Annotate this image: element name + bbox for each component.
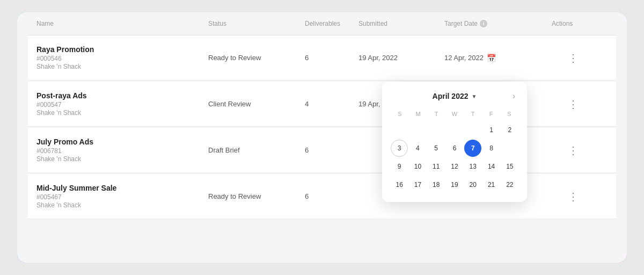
col-name: Name bbox=[36, 20, 208, 27]
deliverables-count: 4 bbox=[305, 100, 358, 108]
table-row: Mid-July Summer Sale #005467 Shake 'n Sh… bbox=[28, 174, 616, 219]
calendar-day-cell[interactable]: 7 bbox=[464, 140, 481, 157]
calendar-day-cell[interactable]: 15 bbox=[501, 158, 518, 175]
calendar-day-cell[interactable]: 6 bbox=[446, 140, 463, 157]
col-status: Status bbox=[208, 20, 305, 27]
actions-menu-btn[interactable]: ⋮ bbox=[552, 144, 595, 157]
calendar-day-cell bbox=[446, 121, 463, 139]
cal-days-header: S M T W T F S bbox=[391, 108, 518, 119]
calendar-day-cell bbox=[428, 121, 445, 139]
calendar-day-cell[interactable]: 8 bbox=[483, 140, 500, 157]
cal-grid: 12345678910111213141516171819202122 bbox=[391, 121, 518, 193]
campaign-brand: Shake 'n Shack bbox=[36, 109, 208, 117]
calendar-day-cell[interactable]: 12 bbox=[446, 158, 463, 175]
campaign-brand: Shake 'n Shack bbox=[36, 201, 208, 209]
day-name-s: S bbox=[391, 108, 409, 119]
calendar-month-label[interactable]: April 2022 ▼ bbox=[433, 92, 477, 100]
calendar-day-cell bbox=[501, 140, 518, 157]
table-row: July Promo Ads #006781 Shake 'n Shack Dr… bbox=[28, 128, 616, 173]
day-name-sa: S bbox=[500, 108, 518, 119]
col-target-date: Target Date i bbox=[444, 20, 552, 27]
chevron-down-icon: ▼ bbox=[472, 93, 477, 99]
deliverables-count: 6 bbox=[305, 146, 358, 154]
calendar-day-cell[interactable]: 17 bbox=[409, 176, 426, 193]
status-badge: Client Review bbox=[208, 100, 305, 108]
campaign-id: #000546 bbox=[36, 55, 208, 62]
deliverables-count: 6 bbox=[305, 192, 358, 200]
campaign-name: July Promo Ads bbox=[36, 138, 208, 146]
actions-menu-btn[interactable]: ⋮ bbox=[552, 190, 595, 203]
calendar-day-cell[interactable]: 5 bbox=[428, 140, 445, 157]
calendar-day-cell[interactable]: 4 bbox=[409, 140, 426, 157]
calendar-day-cell[interactable]: 9 bbox=[391, 158, 408, 175]
campaign-info: July Promo Ads #006781 Shake 'n Shack bbox=[36, 138, 208, 163]
calendar-day-cell bbox=[409, 121, 426, 139]
calendar-dropdown: ‹ April 2022 ▼ › S M T W T bbox=[382, 82, 527, 202]
campaign-info: Raya Promotion #000546 Shake 'n Shack bbox=[36, 45, 208, 70]
calendar-day-cell[interactable]: 20 bbox=[464, 176, 481, 193]
campaign-name: Post-raya Ads bbox=[36, 91, 208, 100]
campaign-id: #006781 bbox=[36, 147, 208, 155]
campaign-info: Mid-July Summer Sale #005467 Shake 'n Sh… bbox=[36, 184, 208, 209]
calendar-day-cell[interactable]: 18 bbox=[428, 176, 445, 193]
day-name-th: T bbox=[464, 108, 482, 119]
table-row: Post-raya Ads #000547 Shake 'n Shack Cli… bbox=[28, 82, 616, 127]
calendar-icon[interactable]: 📅 bbox=[487, 54, 496, 62]
campaign-name: Mid-July Summer Sale bbox=[36, 184, 208, 192]
calendar-day-cell[interactable]: 13 bbox=[464, 158, 481, 175]
info-icon: i bbox=[480, 20, 487, 27]
campaign-id: #005467 bbox=[36, 193, 208, 201]
calendar-day-cell[interactable]: 10 bbox=[409, 158, 426, 175]
table-header: Name Status Deliverables Submitted Targe… bbox=[28, 12, 616, 35]
campaign-id: #000547 bbox=[36, 101, 208, 108]
calendar-day-cell bbox=[464, 121, 481, 139]
status-badge: Ready to Review bbox=[208, 192, 305, 200]
calendar-day-cell[interactable]: 14 bbox=[483, 158, 500, 175]
inner-content: Name Status Deliverables Submitted Targe… bbox=[17, 12, 627, 220]
day-name-t: T bbox=[427, 108, 445, 119]
day-name-m: M bbox=[409, 108, 427, 119]
calendar-day-cell[interactable]: 22 bbox=[501, 176, 518, 193]
calendar-day-cell[interactable]: 1 bbox=[483, 121, 500, 139]
actions-menu-btn[interactable]: ⋮ bbox=[552, 52, 595, 64]
campaign-brand: Shake 'n Shack bbox=[36, 63, 208, 70]
actions-menu-btn[interactable]: ⋮ bbox=[552, 98, 595, 111]
status-badge: Ready to Review bbox=[208, 54, 305, 62]
status-badge: Draft Brief bbox=[208, 146, 305, 154]
calendar-day-cell[interactable]: 3 bbox=[391, 140, 408, 157]
calendar-day-cell bbox=[391, 121, 408, 139]
cal-next-btn[interactable]: › bbox=[509, 90, 518, 102]
calendar-day-cell[interactable]: 19 bbox=[446, 176, 463, 193]
day-name-w: W bbox=[445, 108, 464, 119]
calendar-day-cell[interactable]: 21 bbox=[483, 176, 500, 193]
rows-container: Raya Promotion #000546 Shake 'n Shack Re… bbox=[28, 35, 616, 219]
col-actions: Actions bbox=[552, 20, 595, 27]
main-container: Name Status Deliverables Submitted Targe… bbox=[16, 11, 628, 264]
campaign-info: Post-raya Ads #000547 Shake 'n Shack bbox=[36, 91, 208, 117]
calendar-day-cell[interactable]: 11 bbox=[428, 158, 445, 175]
campaign-brand: Shake 'n Shack bbox=[36, 155, 208, 163]
day-name-f: F bbox=[482, 108, 500, 119]
calendar-day-cell[interactable]: 2 bbox=[501, 121, 518, 139]
campaign-name: Raya Promotion bbox=[36, 45, 208, 54]
calendar-header: ‹ April 2022 ▼ › bbox=[391, 90, 518, 102]
table-row: Raya Promotion #000546 Shake 'n Shack Re… bbox=[28, 35, 616, 81]
col-submitted: Submitted bbox=[358, 20, 444, 27]
col-deliverables: Deliverables bbox=[305, 20, 358, 27]
deliverables-count: 6 bbox=[305, 54, 358, 62]
target-date-value: 12 Apr, 2022 📅 bbox=[444, 54, 552, 62]
table-wrapper: Name Status Deliverables Submitted Targe… bbox=[17, 12, 627, 219]
calendar-day-cell[interactable]: 16 bbox=[391, 176, 408, 193]
submitted-date: 19 Apr, 2022 bbox=[358, 54, 444, 62]
